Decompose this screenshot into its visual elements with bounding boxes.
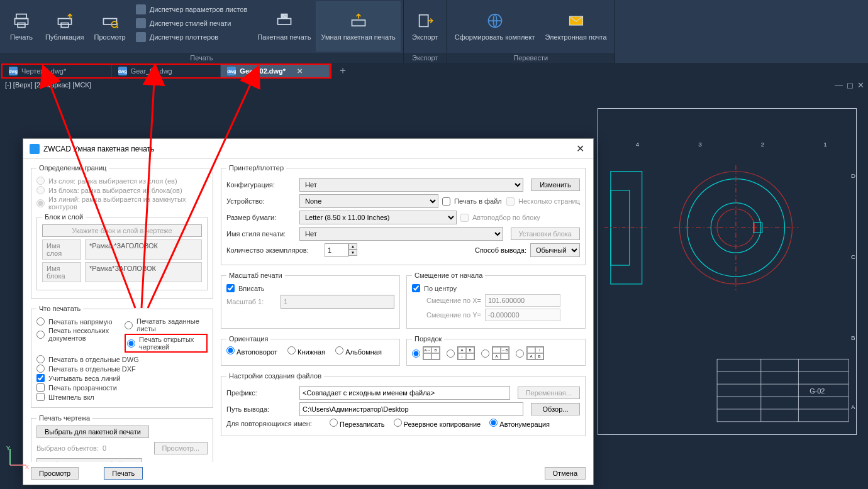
svg-rect-0 bbox=[16, 14, 26, 19]
edit-config-button[interactable]: Изменить bbox=[531, 179, 580, 191]
publish-button[interactable]: Публикация bbox=[40, 1, 89, 52]
file-tab[interactable]: dwgЧертеж1.dwg* bbox=[3, 65, 112, 77]
border-from-layer-radio: Из слоя: рамка выбирается из слоя (ев) bbox=[36, 177, 208, 185]
printer-plotter-group: Принтер/плоттер Конфигурация:НетИзменить… bbox=[221, 164, 586, 265]
plot-style-select[interactable]: Нет bbox=[299, 227, 503, 241]
export-button[interactable]: Экспорт bbox=[406, 1, 444, 52]
offset-x-label: Смещение по X= bbox=[412, 297, 481, 304]
app-logo-icon bbox=[30, 144, 40, 154]
orient-landscape-radio[interactable]: Альбомная bbox=[335, 346, 382, 356]
plot-style-manager[interactable]: Диспетчер стилей печати bbox=[132, 16, 252, 30]
dialog-titlebar: ZWCAD Умная пакетная печать ✕ bbox=[23, 139, 593, 159]
svg-text:X: X bbox=[25, 464, 29, 470]
select-for-batch-button[interactable]: Выбрать для пакетной печати bbox=[36, 426, 149, 438]
order-option-2[interactable]: AB↓ bbox=[447, 346, 475, 360]
footer-preview-button[interactable]: Просмотр bbox=[31, 467, 79, 480]
offset-y-label: Смещение по Y= bbox=[412, 311, 481, 319]
new-tab-button[interactable]: ＋ bbox=[337, 65, 349, 77]
multi-page-checkbox: Несколько страниц bbox=[506, 197, 580, 206]
dwg-icon: dwg bbox=[118, 67, 127, 75]
smart-batch-print-button[interactable]: Умная пакетная печать bbox=[316, 1, 400, 52]
page-setup-manager[interactable]: Диспетчер параметров листов bbox=[132, 3, 252, 16]
config-label: Конфигурация: bbox=[226, 181, 296, 189]
print-scale-group: Масштаб печати Вписать Масштаб 1: bbox=[221, 272, 400, 329]
print-transparency-checkbox[interactable]: Печать прозрачности bbox=[36, 383, 208, 392]
batch-print-button[interactable]: PLTПакетная печать bbox=[252, 1, 316, 52]
svg-text:A: A bbox=[851, 404, 855, 410]
offset-group: Смещение от начала По центру Смещение по… bbox=[406, 272, 586, 329]
drawing-print-group: Печать чертежа Выбрать для пакетной печа… bbox=[31, 414, 213, 462]
device-select[interactable]: None bbox=[299, 194, 438, 208]
autofit-block-checkbox: Автоподбор по блоку bbox=[460, 214, 580, 222]
smart-batch-icon bbox=[348, 11, 369, 31]
preview-icon bbox=[100, 11, 120, 31]
dialog-title: ZWCAD Умная пакетная печать bbox=[43, 145, 154, 153]
close-icon[interactable]: ✕ bbox=[297, 67, 303, 75]
block-name-value: *Рамка*ЗАГОЛОВОК bbox=[85, 262, 202, 282]
overwrite-radio[interactable]: Перезаписать bbox=[330, 419, 385, 428]
preview-button[interactable]: Просмотр bbox=[89, 1, 130, 52]
border-from-lines-radio: Из линий: рамка выбирается из замкнутых … bbox=[36, 195, 208, 211]
close-icon[interactable]: ✕ bbox=[857, 80, 864, 90]
svg-rect-2 bbox=[18, 23, 25, 28]
plotter-manager[interactable]: Диспетчер плоттеров bbox=[132, 30, 252, 44]
ribbon-group-translate: Сформировать комплект Электронная почта … bbox=[447, 0, 615, 63]
file-tab[interactable]: dwgGear_02.dwg*✕ bbox=[221, 65, 330, 77]
print-given-sheets-radio[interactable]: Печатать заданные листы bbox=[125, 317, 208, 332]
print-direct-radio[interactable]: Печатать напрямую bbox=[36, 317, 120, 326]
dwg-icon: dwg bbox=[227, 67, 236, 75]
ribbon-group-export: Экспорт Экспорт bbox=[404, 0, 447, 63]
output-path-input[interactable] bbox=[299, 402, 523, 416]
maximize-icon[interactable]: ◻ bbox=[847, 80, 854, 90]
cancel-button[interactable]: Отмена bbox=[545, 467, 586, 480]
browse-button[interactable]: Обзор... bbox=[531, 403, 580, 415]
print-several-docs-radio[interactable]: Печать нескольких документов bbox=[36, 327, 120, 342]
print-confirm-button[interactable]: Печать bbox=[104, 467, 143, 480]
file-tab[interactable]: dwgGear_01.dwg bbox=[112, 65, 221, 77]
output-mode-select[interactable]: Обычный bbox=[530, 243, 580, 257]
use-lineweights-checkbox[interactable]: Учитывать веса линий bbox=[36, 374, 208, 382]
orient-auto-radio[interactable]: Автоповорот bbox=[226, 346, 277, 356]
print-button[interactable]: Печать bbox=[3, 1, 40, 52]
export-icon bbox=[415, 11, 435, 31]
dialog-close-button[interactable]: ✕ bbox=[574, 143, 587, 155]
ribbon-group-label: Печать bbox=[0, 53, 403, 63]
autonumber-radio[interactable]: Автонумерация bbox=[489, 419, 550, 428]
copies-label: Количество экземпляров: bbox=[226, 246, 321, 254]
window-controls: — ◻ ✕ bbox=[835, 80, 864, 90]
ribbon-group-print: Печать Публикация Просмотр Диспетчер пар… bbox=[0, 0, 404, 63]
center-checkbox[interactable]: По центру bbox=[412, 284, 580, 292]
order-option-4[interactable]: ↑AB bbox=[516, 346, 544, 360]
svg-text:Y: Y bbox=[6, 445, 10, 451]
print-to-dxf-radio[interactable]: Печатать в отдельные DXF bbox=[36, 365, 208, 373]
dwg-icon: dwg bbox=[9, 67, 18, 75]
orient-portrait-radio[interactable]: Книжная bbox=[287, 346, 325, 356]
orientation-group: Ориентация Автоповорот Книжная Альбомная bbox=[221, 335, 400, 366]
svg-text:3: 3 bbox=[698, 141, 702, 148]
svg-rect-7 bbox=[277, 19, 291, 25]
print-open-drawings-radio[interactable]: Печать открытых чертежей bbox=[125, 334, 208, 353]
printer-icon bbox=[11, 11, 31, 31]
email-icon bbox=[566, 11, 586, 31]
svg-text:G-02: G-02 bbox=[810, 387, 825, 395]
minimize-icon[interactable]: — bbox=[835, 80, 843, 90]
order-option-3[interactable]: ←BA bbox=[481, 346, 509, 360]
print-to-dwg-radio[interactable]: Печатать в отдельные DWG bbox=[36, 355, 208, 363]
svg-text:PLT: PLT bbox=[282, 15, 287, 18]
plotstyle-label: Имя стиля печати: bbox=[226, 230, 296, 238]
order-option-1[interactable]: A→B bbox=[412, 346, 440, 360]
pick-block-layer-button: Укажите блок и слой в чертеже bbox=[42, 224, 202, 237]
offset-y-input bbox=[485, 309, 560, 321]
stamp-on-checkbox[interactable]: Штемпель вкл bbox=[36, 393, 208, 401]
what-to-print-group: Что печатать Печатать напрямую Печать не… bbox=[31, 305, 213, 408]
etransmit-button[interactable]: Сформировать комплект bbox=[450, 1, 540, 52]
globe-icon bbox=[485, 11, 505, 31]
email-button[interactable]: Электронная почта bbox=[540, 1, 611, 52]
backup-radio[interactable]: Резервное копирование bbox=[394, 419, 481, 428]
prefix-input[interactable] bbox=[299, 386, 510, 400]
config-select[interactable]: Нет bbox=[299, 178, 523, 192]
paper-size-select[interactable]: Letter (8.50 x 11.00 Inches) bbox=[299, 211, 457, 224]
fit-checkbox[interactable]: Вписать bbox=[226, 284, 394, 292]
print-to-file-checkbox[interactable]: Печать в файл bbox=[442, 197, 503, 206]
copies-stepper[interactable]: ▲▼ bbox=[325, 243, 357, 257]
